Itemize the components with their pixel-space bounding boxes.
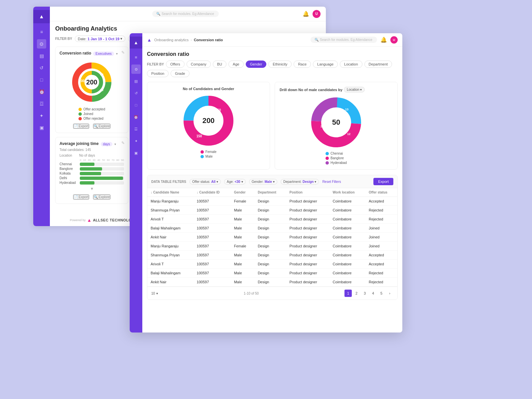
left-chart-title: No of Candidates and Gender (152, 87, 265, 91)
dt-age-chip[interactable]: Age: <30 ▾ (224, 179, 246, 185)
sidebar-grid-icon[interactable]: ▣ (37, 123, 46, 132)
chip-age[interactable]: Age (228, 61, 244, 68)
page-4[interactable]: 4 (369, 290, 377, 297)
page-5[interactable]: 5 (378, 290, 385, 297)
allsec-logo-icon: ▲ (87, 217, 92, 223)
table-row: Ankit Nair 100597 Male Design Product de… (147, 233, 397, 242)
front-avatar[interactable]: U (390, 36, 398, 44)
dt-gender-chip[interactable]: Gender: Male ▾ (249, 179, 277, 185)
chip-position[interactable]: Position (147, 70, 169, 77)
td-dept: Design (254, 224, 286, 233)
conversion-donut: 50 50 100 200 (68, 59, 115, 105)
chip-bu[interactable]: BU (213, 61, 226, 68)
front-search-box[interactable]: 🔍 Search for modules. Eg:Attendance (311, 37, 377, 43)
front-topbar-right: 🔍 Search for modules. Eg:Attendance 🔔 U (311, 36, 398, 44)
td-position: Product designer (286, 197, 329, 206)
chip-company[interactable]: Company (187, 61, 211, 68)
td-location: Coimbatore (330, 206, 365, 215)
avg-total: Total candidates: 145 (60, 148, 124, 152)
sidebar-clock-icon[interactable]: ☲ (37, 99, 46, 108)
sidebar-logo-area: ▲ (33, 10, 50, 23)
scroll-down-icon: ▾ (60, 186, 124, 191)
back-topbar: 🔍 Search for modules. Eg:Attendance 🔔 U (50, 7, 326, 21)
location-filter-chip-detail[interactable]: Location ▾ (344, 87, 365, 92)
chip-language[interactable]: Language (313, 61, 338, 68)
sidebar-refresh-icon[interactable]: ↺ (37, 63, 46, 72)
days-chip[interactable]: days (101, 142, 112, 146)
th-offer-status: Offer status (365, 188, 397, 197)
legend-joined: Joined (78, 112, 105, 116)
chip-offers[interactable]: Offers (166, 61, 185, 68)
chip-grade[interactable]: Grade (171, 70, 190, 77)
dt-reset-link[interactable]: Reset Filters (322, 180, 341, 184)
td-name: Balaji Mahalingam (147, 224, 194, 233)
page-1[interactable]: 1 (344, 290, 352, 297)
chip-gender[interactable]: Gender (246, 61, 267, 68)
avg-joining-card: ✎ Average joining time days ▾ Total cand… (55, 137, 128, 204)
conv-explore-btn[interactable]: 🔍 Explore (93, 124, 111, 129)
edit-icon-4[interactable]: ✎ (121, 141, 125, 145)
front-cal-icon[interactable]: □ (131, 100, 141, 110)
avg-explore-btn[interactable]: 🔍 Explore (93, 195, 111, 200)
export-button[interactable]: Export (373, 178, 393, 185)
sidebar-menu-icon[interactable]: ≡ (37, 27, 46, 37)
svg-text:25: 25 (321, 125, 324, 128)
sidebar-home-icon[interactable]: ⊙ (37, 39, 46, 49)
chip-department[interactable]: Department (364, 61, 392, 68)
front-home-icon[interactable]: ⊙ (131, 65, 141, 74)
chip-race[interactable]: Race (294, 61, 311, 68)
front-search-icon: 🔍 (315, 38, 319, 42)
left-donut-section: 150 50 200 Female (152, 94, 265, 158)
td-gender: Male (231, 215, 254, 224)
executives-chip[interactable]: Executives (93, 52, 114, 56)
edit-icon[interactable]: ✎ (121, 50, 125, 55)
svg-text:13: 13 (345, 108, 348, 111)
page-size-select[interactable]: 10 ▾ (151, 292, 158, 295)
back-search-box[interactable]: 🔍 Search for modules. Eg:Attendance (152, 11, 219, 17)
legend-female: Female (200, 150, 216, 154)
page-2[interactable]: 2 (353, 290, 360, 297)
avg-card-actions: 📄 Export 🔍 Explore (60, 195, 124, 200)
td-id: 100597 (194, 260, 231, 269)
td-dept: Design (254, 233, 286, 242)
dt-dept-chip[interactable]: Department: Design ▾ (281, 179, 319, 185)
front-list-icon[interactable]: ✦ (131, 136, 141, 146)
sidebar-chart-icon[interactable]: ▤ (37, 51, 46, 61)
front-topbar: ▲ Onboarding analytics › Conversion rati… (142, 33, 402, 47)
front-cal2-icon[interactable]: ⏰ (131, 112, 141, 122)
legend-banglore: Banglore (326, 156, 347, 160)
next-page[interactable]: › (386, 290, 393, 297)
notification-icon[interactable]: 🔔 (303, 11, 309, 17)
legend-dot-joined (78, 112, 82, 116)
sidebar-calendar2-icon[interactable]: ⏰ (37, 87, 46, 96)
front-chart-icon[interactable]: ▤ (131, 76, 141, 86)
avg-export-btn[interactable]: 📄 Export (73, 195, 89, 200)
date-filter-chip[interactable]: Date: 1 Jan 19 - 1 Oct 19 ▾ (75, 36, 125, 42)
th-position: Position (286, 188, 329, 197)
chip-location[interactable]: Location (340, 61, 362, 68)
user-avatar[interactable]: U (313, 10, 321, 18)
conv-export-btn[interactable]: 📄 Export (73, 124, 89, 129)
table-row: Ankit Nair 100597 Male Design Product de… (147, 278, 397, 287)
front-clock-icon[interactable]: ☲ (131, 124, 141, 134)
dt-offer-status-chip[interactable]: Offer status: All ▾ (190, 179, 221, 185)
td-name: Manju Rangaraju (147, 242, 194, 251)
sidebar-calendar-icon[interactable]: □ (37, 75, 46, 84)
front-grid-icon[interactable]: ▣ (131, 148, 141, 158)
legend-male: Male (200, 155, 216, 158)
th-candidate-name: ↓ Candidate Name (147, 188, 194, 197)
table-row: Manju Rangaraju 100597 Female Design Pro… (147, 242, 397, 251)
sidebar-list-icon[interactable]: ✦ (37, 111, 46, 120)
td-name: Shanmuga Priyan (147, 206, 194, 215)
page-3[interactable]: 3 (361, 290, 368, 297)
td-dept: Design (254, 242, 286, 251)
chip-ethinicity[interactable]: Ethinicity (268, 61, 292, 68)
td-status: Accepted (365, 251, 397, 260)
th-work-location: Work location (330, 188, 365, 197)
td-status: Rejected (365, 206, 397, 215)
table-row: Balaji Mahalingam 100597 Male Design Pro… (147, 269, 397, 278)
front-menu-icon[interactable]: ≡ (131, 53, 141, 62)
front-refresh-icon[interactable]: ↺ (131, 88, 141, 98)
front-notification-icon[interactable]: 🔔 (380, 37, 387, 43)
table-row: Shanmuga Priyan 100597 Male Design Produ… (147, 206, 397, 215)
